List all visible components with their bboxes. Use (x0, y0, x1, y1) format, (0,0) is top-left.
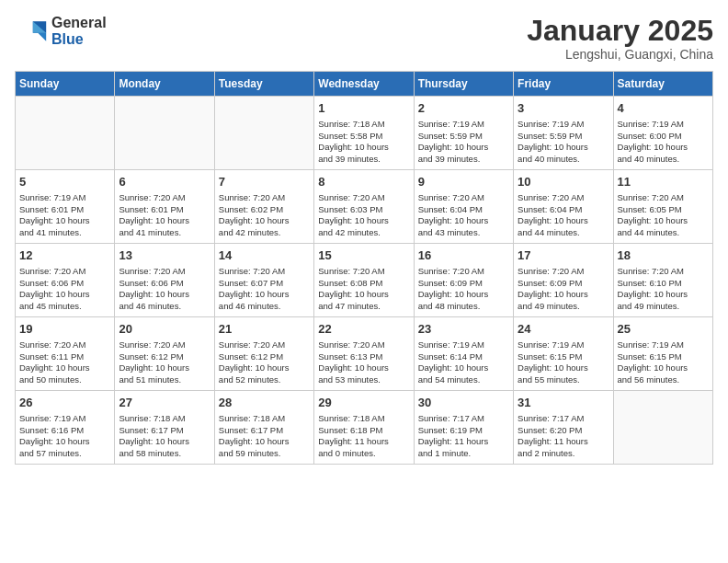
weekday-header-cell: Friday (514, 72, 613, 97)
calendar-cell: 13Sunrise: 7:20 AM Sunset: 6:06 PM Dayli… (115, 244, 214, 317)
calendar-cell: 4Sunrise: 7:19 AM Sunset: 6:00 PM Daylig… (613, 97, 712, 170)
calendar-cell: 22Sunrise: 7:20 AM Sunset: 6:13 PM Dayli… (314, 317, 414, 391)
logo-icon (15, 17, 48, 45)
day-number: 25 (618, 321, 709, 338)
day-number: 12 (19, 247, 110, 264)
day-info: Sunrise: 7:20 AM Sunset: 6:06 PM Dayligh… (19, 266, 110, 313)
calendar-cell (214, 97, 313, 170)
weekday-header-cell: Saturday (613, 72, 712, 97)
day-number: 27 (119, 395, 210, 411)
calendar-cell: 29Sunrise: 7:18 AM Sunset: 6:18 PM Dayli… (314, 391, 414, 465)
calendar-cell: 15Sunrise: 7:20 AM Sunset: 6:08 PM Dayli… (314, 244, 414, 317)
day-info: Sunrise: 7:19 AM Sunset: 6:16 PM Dayligh… (19, 413, 110, 460)
calendar-cell: 9Sunrise: 7:20 AM Sunset: 6:04 PM Daylig… (414, 170, 513, 244)
day-number: 8 (318, 174, 409, 190)
calendar-week-row: 12Sunrise: 7:20 AM Sunset: 6:06 PM Dayli… (16, 244, 713, 317)
logo: General Blue (15, 15, 107, 48)
weekday-header-cell: Monday (115, 72, 214, 97)
calendar-header-row: SundayMondayTuesdayWednesdayThursdayFrid… (16, 72, 713, 97)
day-number: 14 (219, 247, 310, 264)
calendar-cell: 25Sunrise: 7:19 AM Sunset: 6:15 PM Dayli… (613, 317, 712, 391)
calendar-cell: 19Sunrise: 7:20 AM Sunset: 6:11 PM Dayli… (16, 317, 115, 391)
calendar-table: SundayMondayTuesdayWednesdayThursdayFrid… (15, 71, 713, 465)
calendar-cell: 20Sunrise: 7:20 AM Sunset: 6:12 PM Dayli… (115, 317, 214, 391)
calendar-cell: 1Sunrise: 7:18 AM Sunset: 5:58 PM Daylig… (314, 97, 414, 170)
calendar-cell: 14Sunrise: 7:20 AM Sunset: 6:07 PM Dayli… (214, 244, 313, 317)
day-number: 26 (19, 395, 110, 411)
calendar-cell: 18Sunrise: 7:20 AM Sunset: 6:10 PM Dayli… (613, 244, 712, 317)
day-number: 28 (219, 395, 310, 411)
calendar-body: 1Sunrise: 7:18 AM Sunset: 5:58 PM Daylig… (16, 97, 713, 465)
weekday-header-cell: Tuesday (214, 72, 313, 97)
day-info: Sunrise: 7:19 AM Sunset: 6:00 PM Dayligh… (618, 119, 709, 166)
calendar-cell: 31Sunrise: 7:17 AM Sunset: 6:20 PM Dayli… (514, 391, 613, 465)
day-number: 23 (418, 321, 509, 338)
calendar-week-row: 19Sunrise: 7:20 AM Sunset: 6:11 PM Dayli… (16, 317, 713, 391)
day-info: Sunrise: 7:20 AM Sunset: 6:12 PM Dayligh… (119, 339, 210, 386)
calendar-cell: 7Sunrise: 7:20 AM Sunset: 6:02 PM Daylig… (214, 170, 313, 244)
month-title: January 2025 (527, 15, 713, 47)
day-info: Sunrise: 7:20 AM Sunset: 6:08 PM Dayligh… (318, 266, 409, 313)
day-number: 20 (119, 321, 210, 338)
calendar-cell: 3Sunrise: 7:19 AM Sunset: 5:59 PM Daylig… (514, 97, 613, 170)
day-info: Sunrise: 7:18 AM Sunset: 6:17 PM Dayligh… (219, 413, 310, 460)
title-block: January 2025 Lengshui, Guangxi, China (527, 15, 713, 62)
calendar-cell: 11Sunrise: 7:20 AM Sunset: 6:05 PM Dayli… (613, 170, 712, 244)
weekday-header-cell: Sunday (16, 72, 115, 97)
day-info: Sunrise: 7:20 AM Sunset: 6:01 PM Dayligh… (119, 192, 210, 239)
day-info: Sunrise: 7:20 AM Sunset: 6:09 PM Dayligh… (518, 266, 609, 313)
day-number: 13 (119, 247, 210, 264)
day-info: Sunrise: 7:19 AM Sunset: 6:01 PM Dayligh… (19, 192, 110, 239)
calendar-cell: 2Sunrise: 7:19 AM Sunset: 5:59 PM Daylig… (414, 97, 513, 170)
day-info: Sunrise: 7:17 AM Sunset: 6:19 PM Dayligh… (418, 413, 509, 460)
calendar-cell (16, 97, 115, 170)
calendar-cell: 12Sunrise: 7:20 AM Sunset: 6:06 PM Dayli… (16, 244, 115, 317)
day-info: Sunrise: 7:19 AM Sunset: 5:59 PM Dayligh… (518, 119, 609, 166)
day-number: 5 (19, 174, 110, 190)
day-number: 19 (19, 321, 110, 338)
day-number: 2 (418, 100, 509, 117)
day-info: Sunrise: 7:18 AM Sunset: 6:17 PM Dayligh… (119, 413, 210, 460)
day-number: 10 (518, 174, 609, 190)
page-header: General Blue January 2025 Lengshui, Guan… (15, 15, 713, 62)
day-info: Sunrise: 7:20 AM Sunset: 6:13 PM Dayligh… (318, 339, 409, 386)
day-info: Sunrise: 7:20 AM Sunset: 6:04 PM Dayligh… (518, 192, 609, 239)
day-info: Sunrise: 7:20 AM Sunset: 6:10 PM Dayligh… (618, 266, 709, 313)
day-number: 6 (119, 174, 210, 190)
day-number: 16 (418, 247, 509, 264)
day-number: 31 (518, 395, 609, 411)
day-info: Sunrise: 7:20 AM Sunset: 6:02 PM Dayligh… (219, 192, 310, 239)
day-info: Sunrise: 7:17 AM Sunset: 6:20 PM Dayligh… (518, 413, 609, 460)
day-number: 7 (219, 174, 310, 190)
calendar-cell: 30Sunrise: 7:17 AM Sunset: 6:19 PM Dayli… (414, 391, 513, 465)
day-info: Sunrise: 7:20 AM Sunset: 6:09 PM Dayligh… (418, 266, 509, 313)
day-number: 18 (618, 247, 709, 264)
day-number: 1 (318, 100, 409, 117)
calendar-cell: 6Sunrise: 7:20 AM Sunset: 6:01 PM Daylig… (115, 170, 214, 244)
day-info: Sunrise: 7:18 AM Sunset: 5:58 PM Dayligh… (318, 119, 409, 166)
day-info: Sunrise: 7:18 AM Sunset: 6:18 PM Dayligh… (318, 413, 409, 460)
day-info: Sunrise: 7:20 AM Sunset: 6:03 PM Dayligh… (318, 192, 409, 239)
day-number: 4 (618, 100, 709, 117)
day-number: 22 (318, 321, 409, 338)
location-subtitle: Lengshui, Guangxi, China (527, 47, 713, 62)
logo-text: General Blue (51, 15, 107, 48)
calendar-week-row: 1Sunrise: 7:18 AM Sunset: 5:58 PM Daylig… (16, 97, 713, 170)
day-number: 24 (518, 321, 609, 338)
day-number: 21 (219, 321, 310, 338)
day-info: Sunrise: 7:19 AM Sunset: 6:15 PM Dayligh… (618, 339, 709, 386)
calendar-cell (613, 391, 712, 465)
calendar-cell: 24Sunrise: 7:19 AM Sunset: 6:15 PM Dayli… (514, 317, 613, 391)
day-info: Sunrise: 7:20 AM Sunset: 6:11 PM Dayligh… (19, 339, 110, 386)
weekday-header-cell: Thursday (414, 72, 513, 97)
day-number: 3 (518, 100, 609, 117)
calendar-cell: 17Sunrise: 7:20 AM Sunset: 6:09 PM Dayli… (514, 244, 613, 317)
day-number: 11 (618, 174, 709, 190)
day-info: Sunrise: 7:20 AM Sunset: 6:05 PM Dayligh… (618, 192, 709, 239)
calendar-cell: 5Sunrise: 7:19 AM Sunset: 6:01 PM Daylig… (16, 170, 115, 244)
day-info: Sunrise: 7:19 AM Sunset: 5:59 PM Dayligh… (418, 119, 509, 166)
day-number: 29 (318, 395, 409, 411)
calendar-week-row: 26Sunrise: 7:19 AM Sunset: 6:16 PM Dayli… (16, 391, 713, 465)
calendar-cell: 10Sunrise: 7:20 AM Sunset: 6:04 PM Dayli… (514, 170, 613, 244)
day-info: Sunrise: 7:20 AM Sunset: 6:04 PM Dayligh… (418, 192, 509, 239)
